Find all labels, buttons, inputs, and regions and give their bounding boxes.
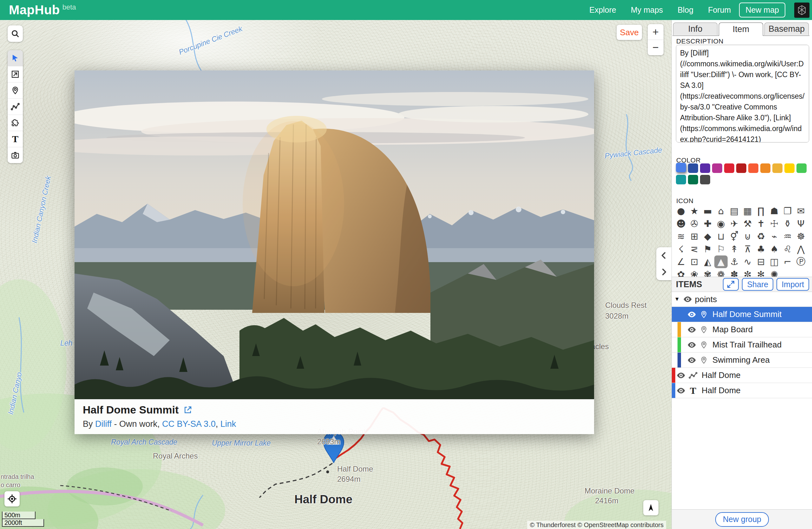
visibility-eye-icon[interactable] <box>687 310 697 319</box>
icon-car[interactable]: ◫ <box>768 256 781 268</box>
icon-windsock[interactable]: ⚐ <box>714 243 728 256</box>
icon-waste-basket[interactable]: ⊍ <box>741 230 754 243</box>
map-canvas[interactable]: Porcupine Cie CreekPywiack CascadeClouds… <box>0 20 671 529</box>
icon-clipped-6[interactable]: ✼ <box>741 268 754 277</box>
collapse-left-button[interactable] <box>656 247 671 264</box>
icon-clipped-7[interactable]: ✻ <box>754 268 768 277</box>
icon-recycling[interactable]: ♻ <box>754 230 768 243</box>
import-button[interactable]: Import <box>777 278 809 291</box>
icon-clipped-5[interactable]: ✽ <box>728 268 741 277</box>
tool-box-select[interactable] <box>8 66 23 83</box>
tool-photo[interactable] <box>8 147 23 163</box>
icon-restaurant[interactable]: Ψ <box>794 217 808 230</box>
zoom-out-button[interactable]: − <box>648 40 664 56</box>
color-swatch-red[interactable] <box>724 163 734 173</box>
group-collapse-triangle[interactable]: ▼ <box>675 296 680 302</box>
item-row-half-dome-summit-point[interactable]: Half Dome Summit <box>672 307 812 322</box>
icon-gift[interactable]: ⊟ <box>754 256 768 268</box>
external-link-icon[interactable] <box>183 405 192 415</box>
color-swatch-purple[interactable] <box>700 163 710 173</box>
tab-item[interactable]: Item <box>719 23 763 36</box>
icon-building[interactable]: ▤ <box>728 205 741 217</box>
color-swatch-navy[interactable] <box>688 163 698 173</box>
visibility-eye-icon[interactable] <box>687 355 697 365</box>
icon-clipped-4[interactable]: ❁ <box>714 268 728 277</box>
icon-skiing[interactable]: ⋜ <box>688 243 701 256</box>
icon-hiking[interactable]: ↟ <box>728 243 741 256</box>
icon-theater[interactable]: ☻ <box>675 217 688 230</box>
icon-viewpoint[interactable]: ⚓ <box>728 256 741 268</box>
zoom-in-button[interactable]: + <box>648 24 664 40</box>
icon-zoo[interactable]: ♌ <box>781 243 794 256</box>
tool-marker[interactable] <box>8 83 23 99</box>
icon-fast-food[interactable]: ≋ <box>675 230 688 243</box>
share-button[interactable]: Share <box>742 278 773 291</box>
color-swatch-orange[interactable] <box>760 163 770 173</box>
icon-book[interactable]: ❐ <box>781 205 794 217</box>
description-textarea[interactable]: By [Diliff] (//commons.wikimedia.org/wik… <box>676 45 809 142</box>
collapse-right-button[interactable] <box>656 264 671 280</box>
app-logo[interactable]: MapHub <box>9 3 60 17</box>
map-attribution[interactable]: © Thunderforest © OpenStreetMap contribu… <box>527 521 666 529</box>
icon-slipway[interactable]: ∠ <box>675 256 688 268</box>
user-avatar[interactable] <box>794 2 810 18</box>
tab-info[interactable]: Info <box>673 23 717 35</box>
icon-waterfall[interactable]: ∿ <box>741 256 754 268</box>
license-link[interactable]: CC BY-SA 3.0 <box>162 419 216 429</box>
icon-cross[interactable]: ✝ <box>754 217 768 230</box>
icon-point[interactable]: ● <box>675 205 688 217</box>
item-row-mist-trail-trailhead-point[interactable]: Mist Trail Trailhead <box>672 337 812 353</box>
icon-bar[interactable]: ⚱ <box>781 217 794 230</box>
icon-golf[interactable]: ⚑ <box>701 243 714 256</box>
expand-items-button[interactable] <box>723 278 739 291</box>
color-swatch-orange-red[interactable] <box>748 163 758 173</box>
icon-toilets[interactable]: ⚥ <box>728 230 741 243</box>
icon-tree[interactable]: ♣ <box>754 243 768 256</box>
icon-hospital[interactable]: ✚ <box>701 217 714 230</box>
icon-bank[interactable]: ∏ <box>754 205 768 217</box>
icon-photo[interactable]: ◉ <box>714 217 728 230</box>
icon-fuel[interactable]: ⌐ <box>781 256 794 268</box>
icon-home[interactable]: ⌂ <box>714 205 728 217</box>
new-group-button[interactable]: New group <box>715 512 769 527</box>
color-swatch-blue[interactable] <box>676 163 686 172</box>
icon-tourism[interactable]: ☗ <box>768 205 781 217</box>
icon-cable-car[interactable]: ⊡ <box>688 256 701 268</box>
new-map-button[interactable]: New map <box>739 2 785 17</box>
tool-polygon[interactable] <box>8 115 23 131</box>
search-tool-button[interactable] <box>8 25 23 42</box>
item-row-swimming-area-point[interactable]: Swimming Area <box>672 353 812 368</box>
tool-line[interactable] <box>8 99 23 115</box>
color-swatch-teal[interactable] <box>676 175 686 184</box>
icon-parking[interactable]: Ⓟ <box>794 256 808 268</box>
icon-swimming[interactable]: ♒ <box>781 230 794 243</box>
geolocate-button[interactable] <box>4 491 20 506</box>
icon-water-drop[interactable]: ◆ <box>701 230 714 243</box>
save-button[interactable]: Save <box>617 25 642 40</box>
source-link[interactable]: Link <box>220 419 236 429</box>
icon-mountain[interactable]: ◭ <box>701 256 714 268</box>
visibility-eye-icon[interactable] <box>676 371 686 380</box>
icon-summit[interactable]: ▲ <box>714 256 728 268</box>
visibility-eye-icon[interactable] <box>676 386 686 396</box>
item-row-half-dome-line[interactable]: Half Dome <box>672 368 812 383</box>
nav-link-explore[interactable]: Explore <box>589 5 616 15</box>
visibility-eye-icon[interactable] <box>687 325 697 334</box>
color-swatch-dark-green[interactable] <box>688 175 698 184</box>
icon-star[interactable]: ★ <box>688 205 701 217</box>
tool-text[interactable]: T <box>8 131 23 147</box>
tab-basemap[interactable]: Basemap <box>765 23 809 35</box>
icon-industry[interactable]: ⚒ <box>741 217 754 230</box>
color-swatch-dark-red[interactable] <box>736 163 746 173</box>
icon-clipped-3[interactable]: ✾ <box>701 268 714 277</box>
half-dome-summit-marker[interactable] <box>323 432 344 463</box>
icon-airport[interactable]: ✈ <box>728 217 741 230</box>
icon-camping[interactable]: ⋀ <box>794 243 808 256</box>
icon-drinking-water[interactable]: ⊔ <box>714 230 728 243</box>
icon-mail[interactable]: ✉ <box>794 205 808 217</box>
visibility-eye-icon[interactable] <box>687 340 697 350</box>
visibility-eye-icon[interactable] <box>683 295 693 304</box>
color-swatch-green[interactable] <box>796 163 807 173</box>
nav-link-my-maps[interactable]: My maps <box>631 5 663 15</box>
item-row-half-dome-text[interactable]: THalf Dome <box>672 383 812 398</box>
